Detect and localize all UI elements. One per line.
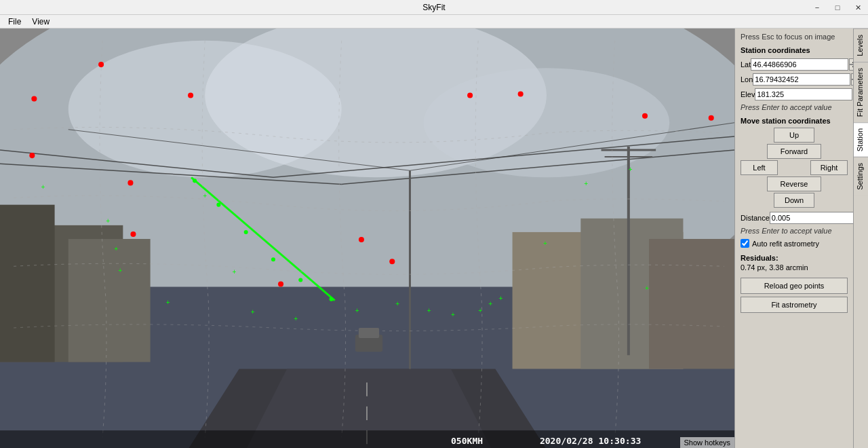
window-controls: − □ ✕ — [807, 0, 868, 15]
elev-label: Elev — [741, 90, 755, 98]
titlebar: SkyFit − □ ✕ — [0, 0, 868, 15]
residuals-title: Residuals: — [741, 254, 778, 262]
tab-fit-parameters[interactable]: Fit Parameters — [854, 62, 868, 122]
svg-text:+: + — [106, 217, 110, 225]
svg-point-31 — [330, 297, 334, 301]
svg-rect-14 — [649, 239, 734, 369]
lat-label: Lat — [741, 60, 751, 69]
reload-geo-points-button[interactable]: Reload geo points — [741, 278, 848, 294]
lon-input[interactable] — [753, 73, 850, 86]
elev-spinner: ▲ ▼ — [755, 88, 853, 100]
distance-input[interactable] — [770, 212, 853, 224]
hint-section: Press Esc to focus on image — [741, 33, 848, 41]
show-hotkeys-button[interactable]: Show hotkeys — [680, 437, 734, 448]
svg-text:+: + — [41, 183, 45, 191]
move-section: Move station coordinates Up Forward Left… — [741, 117, 848, 248]
main-content: + + + + + + + + + + + + + + + + + + + + — [0, 29, 868, 448]
right-button[interactable]: Right — [810, 160, 848, 175]
svg-point-37 — [518, 91, 524, 96]
svg-point-30 — [298, 278, 302, 282]
svg-point-33 — [31, 96, 37, 101]
auto-refit-row: Auto refit astrometry — [741, 239, 848, 248]
accept-hint: Press Enter to accept value — [741, 103, 848, 111]
accept-hint2: Press Enter to accept value — [741, 227, 848, 235]
esc-hint: Press Esc to focus on image — [741, 33, 848, 41]
svg-text:+: + — [395, 300, 399, 307]
distance-label: Distance — [741, 214, 770, 222]
app-title: SkyFit — [422, 3, 445, 12]
scene-svg: + + + + + + + + + + + + + + + + + + + + — [0, 29, 734, 448]
svg-point-36 — [467, 92, 473, 98]
svg-text:+: + — [294, 315, 298, 322]
svg-point-27 — [216, 203, 220, 207]
show-hotkeys-label: Show hotkeys — [684, 438, 730, 447]
svg-text:2020/02/28  10:30:33: 2020/02/28 10:30:33 — [540, 436, 642, 446]
lat-row: Lat ▲ ▼ ° — [741, 58, 848, 71]
svg-text:+: + — [427, 307, 431, 314]
svg-rect-11 — [0, 205, 55, 362]
svg-rect-66 — [359, 328, 379, 338]
svg-text:+: + — [118, 267, 122, 274]
distance-row: Distance ▲ ▼ m — [741, 212, 848, 224]
auto-refit-checkbox[interactable] — [741, 239, 749, 248]
svg-text:+: + — [498, 295, 502, 302]
distance-spinner: ▲ ▼ — [770, 212, 853, 224]
left-button[interactable]: Left — [741, 160, 778, 175]
svg-text:+: + — [166, 299, 170, 306]
svg-text:+: + — [629, 166, 633, 173]
svg-point-28 — [244, 230, 248, 234]
svg-point-43 — [130, 231, 136, 237]
minimize-button[interactable]: − — [807, 0, 827, 15]
down-button[interactable]: Down — [774, 193, 814, 208]
svg-point-41 — [389, 259, 395, 264]
svg-text:+: + — [203, 192, 207, 200]
elev-row: Elev ▲ ▼ m — [741, 88, 848, 100]
elev-input[interactable] — [755, 88, 852, 100]
side-tabs: Levels Fit Parameters Station Settings — [853, 29, 868, 448]
svg-text:050KMH: 050KMH — [451, 436, 483, 446]
tab-settings[interactable]: Settings — [854, 157, 868, 195]
svg-text:+: + — [233, 268, 237, 276]
menubar: File View — [0, 15, 868, 29]
svg-point-38 — [642, 113, 648, 119]
residuals-value: 0.74 px, 3.38 arcmin — [741, 263, 808, 272]
station-coords-title: Station coordinates — [741, 46, 848, 54]
fit-astrometry-button[interactable]: Fit astrometry — [741, 297, 848, 313]
station-coords-section: Station coordinates Lat ▲ ▼ ° Lon — [741, 46, 848, 111]
svg-point-29 — [271, 257, 275, 261]
lat-spinner: ▲ ▼ — [751, 58, 853, 71]
right-panel: Press Esc to focus on image Station coor… — [734, 29, 853, 448]
svg-point-26 — [193, 179, 197, 183]
move-title: Move station coordinates — [741, 117, 848, 125]
svg-text:+: + — [114, 245, 118, 253]
menu-file[interactable]: File — [3, 17, 26, 26]
svg-point-35 — [188, 92, 193, 98]
svg-text:+: + — [584, 180, 588, 187]
svg-text:+: + — [451, 311, 455, 318]
image-area[interactable]: + + + + + + + + + + + + + + + + + + + + — [0, 29, 734, 448]
reverse-button[interactable]: Reverse — [767, 176, 821, 191]
svg-text:+: + — [543, 240, 547, 247]
svg-point-34 — [29, 153, 35, 158]
svg-point-42 — [127, 180, 133, 185]
svg-rect-10 — [68, 239, 151, 362]
menu-view[interactable]: View — [26, 17, 55, 26]
lat-input[interactable] — [751, 58, 848, 71]
auto-refit-label[interactable]: Auto refit astrometry — [752, 240, 819, 248]
svg-text:+: + — [478, 307, 482, 314]
tab-levels[interactable]: Levels — [854, 29, 868, 62]
residuals-section: Residuals: 0.74 px, 3.38 arcmin — [741, 253, 848, 272]
svg-text:+: + — [488, 300, 492, 307]
lon-row: Lon ▲ ▼ ° — [741, 73, 848, 86]
tab-station[interactable]: Station — [854, 122, 868, 157]
svg-text:+: + — [251, 308, 255, 316]
lon-spinner: ▲ ▼ — [753, 73, 853, 86]
svg-text:+: + — [355, 307, 359, 314]
svg-text:+: + — [645, 284, 649, 292]
forward-button[interactable]: Forward — [767, 144, 821, 159]
svg-point-32 — [98, 62, 104, 67]
close-button[interactable]: ✕ — [848, 0, 868, 15]
up-button[interactable]: Up — [774, 128, 814, 143]
panel-body: Press Esc to focus on image Station coor… — [735, 29, 853, 448]
maximize-button[interactable]: □ — [827, 0, 848, 15]
